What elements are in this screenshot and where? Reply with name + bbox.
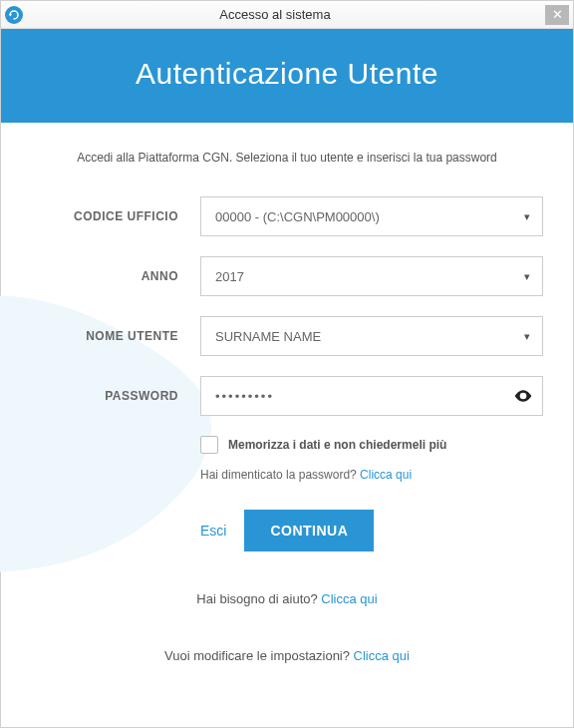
year-value: 2017 bbox=[215, 269, 244, 284]
help-row: Hai bisogno di aiuto? Clicca qui bbox=[31, 591, 543, 606]
office-value: 00000 - (C:\CGN\PM00000\) bbox=[215, 209, 380, 224]
page-header: Autenticazione Utente bbox=[1, 29, 573, 123]
content-area: Accedi alla Piattaforma CGN. Seleziona i… bbox=[1, 123, 573, 663]
help-text: Hai bisogno di aiuto? bbox=[196, 591, 321, 606]
year-select[interactable]: 2017 bbox=[200, 256, 543, 296]
login-form: CODICE UFFICIO 00000 - (C:\CGN\PM00000\)… bbox=[31, 196, 543, 663]
continue-button[interactable]: CONTINUA bbox=[244, 510, 374, 551]
close-button[interactable]: ✕ bbox=[545, 5, 569, 25]
year-label: ANNO bbox=[31, 269, 200, 283]
year-row: ANNO 2017 bbox=[31, 256, 543, 296]
office-row: CODICE UFFICIO 00000 - (C:\CGN\PM00000\) bbox=[31, 196, 543, 236]
action-buttons: Esci CONTINUA bbox=[200, 510, 543, 551]
office-select[interactable]: 00000 - (C:\CGN\PM00000\) bbox=[200, 196, 543, 236]
svg-point-1 bbox=[521, 394, 524, 397]
exit-button[interactable]: Esci bbox=[200, 523, 226, 539]
settings-row: Vuoi modificare le impostazioni? Clicca … bbox=[31, 648, 543, 663]
username-select[interactable]: SURNAME NAME bbox=[200, 316, 543, 356]
remember-row: Memorizza i dati e non chiedermeli più bbox=[200, 436, 543, 454]
password-label: PASSWORD bbox=[31, 389, 200, 403]
titlebar: Accesso al sistema ✕ bbox=[1, 1, 573, 29]
forgot-password-link[interactable]: Clicca qui bbox=[360, 468, 412, 482]
settings-text: Vuoi modificare le impostazioni? bbox=[164, 648, 354, 663]
close-icon: ✕ bbox=[552, 7, 563, 22]
instructions-text: Accedi alla Piattaforma CGN. Seleziona i… bbox=[31, 151, 543, 165]
office-label: CODICE UFFICIO bbox=[31, 209, 200, 223]
help-link[interactable]: Clicca qui bbox=[321, 591, 377, 606]
password-input[interactable] bbox=[200, 376, 543, 416]
eye-icon bbox=[513, 386, 533, 406]
window-title: Accesso al sistema bbox=[5, 7, 545, 22]
login-window: Accesso al sistema ✕ Autenticazione Uten… bbox=[0, 0, 574, 728]
remember-checkbox[interactable] bbox=[200, 436, 218, 454]
settings-link[interactable]: Clicca qui bbox=[354, 648, 410, 663]
forgot-text: Hai dimenticato la password? bbox=[200, 468, 360, 482]
remember-label: Memorizza i dati e non chiedermeli più bbox=[228, 438, 446, 452]
password-row: PASSWORD bbox=[31, 376, 543, 416]
toggle-password-button[interactable] bbox=[513, 386, 533, 406]
forgot-password-row: Hai dimenticato la password? Clicca qui bbox=[200, 468, 543, 482]
username-value: SURNAME NAME bbox=[215, 329, 321, 344]
username-label: NOME UTENTE bbox=[31, 329, 200, 343]
username-row: NOME UTENTE SURNAME NAME bbox=[31, 316, 543, 356]
